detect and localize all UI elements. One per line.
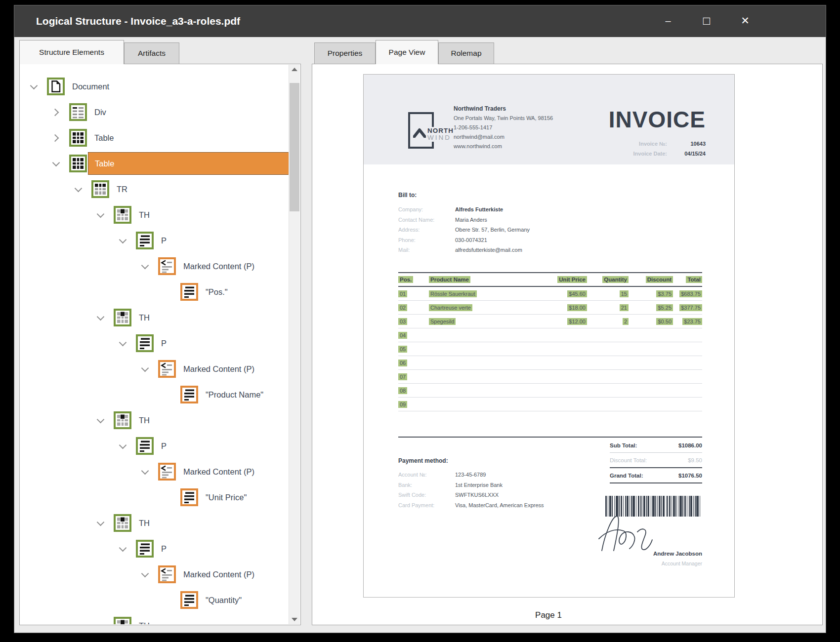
close-button[interactable]: ✕ [731,5,759,37]
text-content-icon [180,386,198,403]
tree-item-label-box: Div [88,101,289,123]
field-row: Company:Alfreds Futterkiste [398,204,530,215]
tree-item-label: Marked Content (P) [183,364,254,374]
field-value: 030-0074321 [455,237,487,243]
chevron-down-icon[interactable] [47,162,64,165]
invoice-table-cell [629,342,673,356]
column-header-quantity: Quantity [587,273,629,286]
tree-item-label: TR [117,185,127,194]
field-row: Swift Code:SWFTKUS6LXXX [398,490,544,500]
chevron-right-icon[interactable] [47,135,64,141]
chevron-down-icon[interactable] [92,624,109,625]
scroll-up-arrow-icon[interactable] [289,65,300,75]
invoice-table-cell: $45.60 [534,286,587,301]
invoice-table-cell: 01 [398,286,429,301]
scroll-down-arrow-icon[interactable] [289,614,300,624]
tree-item-product-name[interactable]: "Product Name" [20,382,289,407]
table-icon [69,155,87,172]
tree-item-div[interactable]: Div [20,99,289,125]
tree-item-p[interactable]: P [20,330,289,356]
field-label: Card Payment: [398,502,455,508]
tree-item-th[interactable]: TH [20,202,289,228]
invoice-table-row: 06 [398,356,702,370]
chevron-down-icon[interactable] [114,342,131,345]
chevron-down-icon[interactable] [92,419,109,422]
signatory-role: Account Manager [640,561,702,566]
tree-item-marked-content-p[interactable]: Marked Content (P) [20,459,289,484]
tree-item-label: "Quantity" [206,596,242,605]
tree-item-document[interactable]: Document [20,74,289,99]
field-row: Phone:030-0074321 [398,235,530,245]
table-row-icon [91,180,109,198]
total-label: Sub Total: [610,442,637,448]
tree-item-marked-content-p[interactable]: Marked Content (P) [20,562,289,587]
invoice-table-cell: Chartreuse verte [429,301,534,315]
invoice-table-cell: 03 [398,315,429,328]
tree-item-p[interactable]: P [20,228,289,253]
invoice-table-cell [629,384,673,398]
tree-item-marked-content-p[interactable]: Marked Content (P) [20,253,289,279]
chevron-down-icon[interactable] [114,444,131,448]
logo-wordmark: NORTH WIND [426,127,455,142]
tree-item-quantity[interactable]: "Quantity" [20,587,289,613]
scrollbar-thumb[interactable] [290,83,299,211]
column-header-discount: Discount [629,273,673,286]
tree-item-label-box: Table [88,126,289,149]
tagged-highlight: $377.75 [679,304,702,311]
tree-item-th[interactable]: TH [20,510,289,536]
maximize-button[interactable]: □ [693,5,720,37]
tab-properties[interactable]: Properties [314,42,376,64]
tree-item-p[interactable]: P [20,536,289,562]
tagged-highlight: 08 [398,387,407,394]
chevron-right-icon[interactable] [47,110,64,115]
chevron-down-icon[interactable] [136,573,153,576]
tree-item-p[interactable]: P [20,433,289,459]
table-header-icon [114,411,131,429]
structure-tree[interactable]: DocumentDivTableTableTRTHPMarked Content… [20,65,289,624]
tree-item-marked-content-p[interactable]: Marked Content (P) [20,356,289,382]
paragraph-icon [136,540,154,558]
invoice-number-label: Invoice №: [639,141,667,147]
tree-item-label: Marked Content (P) [183,467,254,477]
chevron-down-icon[interactable] [92,522,109,525]
chevron-down-icon[interactable] [92,213,109,217]
chevron-down-icon[interactable] [92,316,109,320]
company-phone: 1-206-555-1417 [454,123,553,132]
chevron-down-icon[interactable] [136,367,153,371]
invoice-table-cell: 04 [398,328,429,342]
chevron-down-icon[interactable] [136,265,153,268]
invoice-table-cell [673,384,702,398]
tagged-highlight: 03 [398,318,407,325]
tree-item-label-box: Marked Content (P) [177,255,289,278]
tab-page-view[interactable]: Page View [376,40,438,64]
chevron-down-icon[interactable] [114,239,131,242]
company-address: One Portals Way, Twin Points WA, 98156 [454,114,553,123]
chevron-down-icon[interactable] [136,470,153,474]
tab-artifacts[interactable]: Artifacts [124,42,179,64]
field-row: Account №:123-45-6789 [398,470,544,480]
tree-item-th[interactable]: TH [20,305,289,330]
tree-item-label: TH [139,621,150,625]
tree-item-th[interactable]: TH [20,407,289,433]
tab-structure-elements[interactable]: Structure Elements [19,40,124,64]
table-header-icon [114,617,131,624]
chevron-down-icon[interactable] [114,547,131,551]
minimize-button[interactable]: – [654,5,682,37]
logo-line2: WIND [427,134,454,141]
tagged-highlight: $18.00 [567,304,587,311]
tree-item-table[interactable]: Table [20,151,289,176]
tree-item-th[interactable]: TH [20,613,289,624]
tree-item-label-box: Document [66,75,289,98]
chevron-down-icon[interactable] [70,188,86,191]
tree-item-unit-price[interactable]: "Unit Price" [20,484,289,510]
tree-item-label-box: "Quantity" [199,589,289,611]
tree-item-pos[interactable]: "Pos." [20,279,289,305]
tree-item-tr[interactable]: TR [20,176,289,202]
tree-item-label: TH [139,313,150,322]
invoice-header-band: NORTH WIND Northwind Traders One Portals… [364,75,734,164]
tree-scrollbar[interactable] [289,65,300,624]
total-row-grand-total: Grand Total:$1076.50 [610,468,702,482]
tree-item-table[interactable]: Table [20,125,289,151]
chevron-down-icon[interactable] [25,85,42,88]
tab-rolemap[interactable]: Rolemap [438,42,494,64]
